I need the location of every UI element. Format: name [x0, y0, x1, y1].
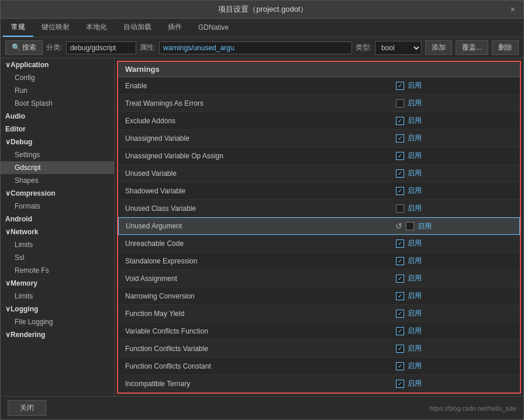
- property-label: 属性:: [140, 43, 156, 53]
- row-value-12: 启用: [396, 291, 513, 301]
- bottom-close-button[interactable]: 关闭: [8, 400, 46, 416]
- reset-icon[interactable]: ↺: [395, 221, 402, 231]
- delete-button[interactable]: 删除: [492, 40, 519, 55]
- checkbox-15[interactable]: [396, 345, 404, 353]
- row-label-16: Function Conflicts Constant: [125, 362, 396, 370]
- right-panel: Warnings Enable启用Treat Warnings As Error…: [115, 58, 523, 396]
- checkbox-16[interactable]: [396, 362, 404, 370]
- checkbox-2[interactable]: [396, 117, 404, 125]
- cover-button[interactable]: 覆盖...: [456, 40, 488, 55]
- row-label-4: Unassigned Variable Op Assign: [125, 152, 396, 160]
- sidebar-item-ssl[interactable]: Ssl: [1, 251, 114, 264]
- table-row: Unassigned Variable Op Assign启用: [118, 147, 520, 165]
- checkbox-14[interactable]: [396, 327, 404, 335]
- enable-text-16: 启用: [408, 361, 422, 371]
- row-value-11: 启用: [396, 273, 513, 283]
- property-input[interactable]: [159, 41, 352, 54]
- tab-GDNative[interactable]: GDNative: [190, 20, 237, 36]
- checkbox-5[interactable]: [396, 169, 404, 178]
- row-value-15: 启用: [396, 343, 513, 353]
- sidebar-item-config[interactable]: Config: [1, 71, 114, 84]
- sidebar-item-memory[interactable]: ∨Memory: [1, 277, 114, 290]
- table-row: Unassigned Variable启用: [118, 130, 520, 147]
- sidebar-item-application[interactable]: ∨Application: [1, 58, 114, 71]
- category-input[interactable]: [66, 41, 136, 54]
- window-title: 项目设置（project.godot）: [18, 4, 508, 15]
- table-row: Variable Conflicts Function启用: [118, 322, 520, 340]
- sidebar-item-logging[interactable]: ∨Logging: [1, 303, 114, 315]
- checkbox-0[interactable]: [396, 82, 404, 90]
- row-value-13: 启用: [396, 308, 513, 318]
- sidebar-item-rendering[interactable]: ∨Rendering: [1, 328, 114, 341]
- category-label: 分类:: [46, 43, 62, 53]
- enable-text-13: 启用: [408, 308, 422, 318]
- tab-常规[interactable]: 常规: [3, 19, 33, 37]
- type-select[interactable]: bool int float String: [375, 41, 422, 55]
- tab-自动加载[interactable]: 自动加载: [115, 19, 160, 37]
- row-label-7: Unused Class Variable: [125, 204, 396, 213]
- row-value-1: 启用: [396, 98, 513, 108]
- sidebar-item-settings[interactable]: Settings: [1, 148, 114, 161]
- sidebar-item-formats[interactable]: Formats: [1, 200, 114, 213]
- sidebar-item-debug[interactable]: ∨Debug: [1, 136, 114, 148]
- checkbox-13[interactable]: [396, 310, 404, 318]
- bottom-bar: 关闭 https://blog.csdn.net/hello_tute: [1, 396, 523, 419]
- enable-text-4: 启用: [408, 151, 422, 161]
- enable-text-0: 启用: [408, 81, 422, 91]
- checkbox-17[interactable]: [396, 380, 404, 388]
- sidebar-item-limits[interactable]: Limits: [1, 238, 114, 251]
- tab-键位映射[interactable]: 键位映射: [33, 19, 78, 37]
- checkbox-7[interactable]: [396, 204, 404, 213]
- type-label: 类型:: [356, 43, 371, 53]
- sidebar-item-compression[interactable]: ∨Compression: [1, 187, 114, 200]
- checkbox-12[interactable]: [396, 292, 404, 300]
- sidebar-item-android[interactable]: Android: [1, 213, 114, 225]
- checkbox-4[interactable]: [396, 152, 404, 160]
- add-button[interactable]: 添加: [425, 40, 452, 55]
- tab-本地化[interactable]: 本地化: [78, 19, 115, 37]
- row-value-0: 启用: [396, 81, 513, 91]
- row-label-5: Unused Variable: [125, 169, 396, 178]
- search-bar: 🔍 搜索 分类: 属性: 类型: bool int float String 添…: [1, 37, 523, 58]
- row-value-2: 启用: [396, 116, 513, 126]
- sidebar-item-file-logging[interactable]: File Logging: [1, 315, 114, 328]
- table-row: Function May Yield启用: [118, 305, 520, 322]
- enable-text-11: 启用: [408, 273, 422, 283]
- main-content: ∨ApplicationConfigRunBoot SplashAudioEdi…: [1, 58, 523, 396]
- enable-text-1: 启用: [408, 98, 422, 108]
- checkbox-8[interactable]: [406, 222, 414, 230]
- table-row: Unused Signal启用: [118, 393, 520, 394]
- enable-text-17: 启用: [408, 379, 422, 388]
- row-value-3: 启用: [396, 133, 513, 143]
- tab-插件[interactable]: 插件: [160, 19, 190, 37]
- row-label-12: Narrowing Conversion: [125, 292, 396, 300]
- checkbox-11[interactable]: [396, 275, 404, 283]
- sidebar-item-run[interactable]: Run: [1, 84, 114, 97]
- table-row: Unused Argument↺启用: [118, 217, 520, 235]
- sidebar-item-network[interactable]: ∨Network: [1, 225, 114, 238]
- sidebar-item-boot-splash[interactable]: Boot Splash: [1, 97, 114, 110]
- title-bar: 项目设置（project.godot） ×: [1, 1, 523, 19]
- sidebar-item-gdscript[interactable]: Gdscript: [1, 161, 114, 174]
- sidebar-item-mem-limits[interactable]: Limits: [1, 290, 114, 303]
- sidebar-item-editor[interactable]: Editor: [1, 123, 114, 136]
- table-row: Standalone Expression启用: [118, 252, 520, 270]
- row-value-6: 启用: [396, 186, 513, 196]
- checkbox-3[interactable]: [396, 134, 404, 143]
- sidebar-item-shapes[interactable]: Shapes: [1, 174, 114, 187]
- search-button[interactable]: 🔍 搜索: [5, 40, 43, 55]
- checkbox-9[interactable]: [396, 239, 404, 248]
- checkbox-6[interactable]: [396, 187, 404, 195]
- row-label-1: Treat Warnings As Errors: [125, 99, 396, 107]
- table-row: Incompatible Ternary启用: [118, 375, 520, 393]
- sidebar-item-audio[interactable]: Audio: [1, 110, 114, 123]
- checkbox-1[interactable]: [396, 99, 404, 107]
- row-value-5: 启用: [396, 168, 513, 178]
- enable-text-10: 启用: [408, 256, 422, 266]
- table-row: Void Assignment启用: [118, 270, 520, 287]
- sidebar-item-remote-fs[interactable]: Remote Fs: [1, 264, 114, 277]
- checkbox-10[interactable]: [396, 257, 404, 265]
- close-icon[interactable]: ×: [508, 5, 518, 14]
- table-row: Function Conflicts Variable启用: [118, 340, 520, 357]
- settings-header: Warnings: [118, 62, 520, 77]
